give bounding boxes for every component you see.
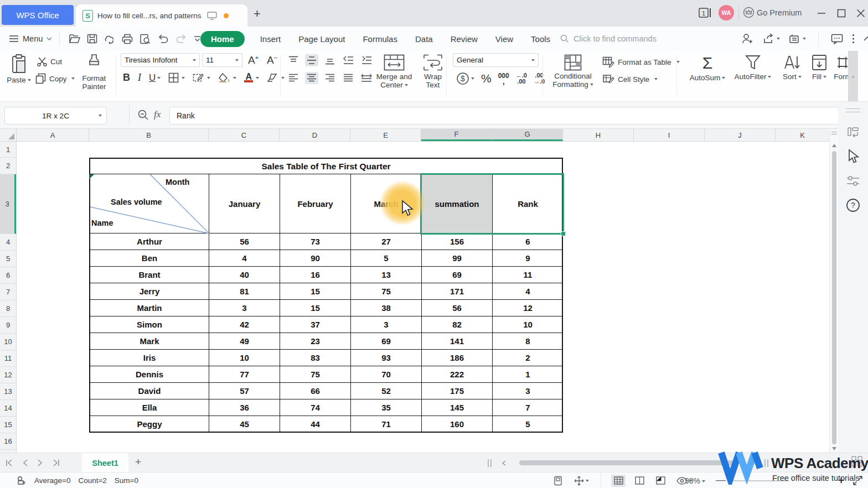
justify-button[interactable]	[342, 72, 355, 84]
cell-march[interactable]: 93	[351, 350, 422, 366]
add-sheet-button[interactable]: +	[135, 456, 141, 468]
vertical-scroll-thumb[interactable]	[832, 151, 836, 444]
page-break-view-icon[interactable]	[653, 475, 668, 487]
print-preview-icon[interactable]	[140, 34, 151, 44]
tab-formulas[interactable]: Formulas	[354, 34, 406, 44]
col-header-i[interactable]: I	[634, 129, 705, 141]
align-right-button[interactable]	[323, 72, 337, 84]
cell-name[interactable]: Dennis	[90, 366, 209, 382]
cell-summation[interactable]: 99	[422, 250, 493, 266]
row-header-9[interactable]: 9	[0, 317, 16, 334]
cell-name[interactable]: Mark	[90, 333, 209, 349]
row-header-14[interactable]: 14	[0, 400, 16, 417]
cell-march[interactable]: 70	[351, 366, 422, 382]
workspace-grid-icon[interactable]	[851, 455, 863, 468]
cell-january[interactable]: 3	[209, 300, 280, 316]
select-all-corner[interactable]	[0, 129, 17, 141]
settings-sliders-icon[interactable]	[838, 169, 868, 193]
cell-february[interactable]: 74	[280, 399, 351, 416]
cell-name[interactable]: Ben	[90, 250, 209, 266]
cell-january[interactable]: 36	[209, 399, 280, 416]
minimize-button[interactable]	[815, 7, 828, 20]
wrap-text-button[interactable]: Wrap Text	[420, 54, 446, 89]
col-header-g[interactable]: G	[492, 129, 563, 141]
close-button[interactable]	[854, 7, 867, 20]
tab-review[interactable]: Review	[442, 34, 487, 44]
paste-options-icon[interactable]	[838, 120, 868, 144]
col-header-k[interactable]: K	[776, 129, 829, 141]
move-tool-icon[interactable]	[572, 475, 591, 487]
conditional-formatting-button[interactable]: Conditional Formatting	[551, 54, 595, 89]
underline-button[interactable]: U	[149, 72, 161, 84]
cell-summation[interactable]: 141	[422, 333, 493, 349]
cell-february[interactable]: 90	[280, 250, 351, 266]
decrease-indent-button[interactable]	[342, 54, 355, 66]
cell-march[interactable]: 52	[351, 383, 422, 399]
font-name-select[interactable]: Tiresias Infofont	[121, 53, 200, 67]
distribute-button[interactable]	[360, 72, 373, 84]
row-header-8[interactable]: 8	[0, 300, 16, 317]
cell-name[interactable]: David	[90, 383, 209, 399]
decrease-decimal-button[interactable]: ←.0.00	[516, 72, 527, 85]
horizontal-scrollbar[interactable]	[487, 453, 775, 473]
cell-rank[interactable]: 1	[493, 366, 563, 382]
row-header-12[interactable]: 12	[0, 367, 16, 383]
row-header-5[interactable]: 5	[0, 251, 16, 267]
clear-format-button[interactable]	[267, 73, 278, 83]
collapse-ribbon-icon[interactable]	[864, 37, 868, 41]
cell-name[interactable]: Jerry	[90, 283, 209, 299]
cell-rank[interactable]: 11	[493, 267, 563, 283]
col-header-j[interactable]: J	[705, 129, 776, 141]
selection-stats-icon[interactable]	[17, 476, 27, 486]
comma-style-button[interactable]: 000,	[498, 73, 509, 85]
maximize-button[interactable]	[835, 7, 848, 20]
tab-home[interactable]: Home	[200, 31, 245, 47]
header-january[interactable]: January	[209, 174, 280, 233]
cell-january[interactable]: 40	[209, 267, 280, 283]
align-center-button[interactable]	[305, 72, 318, 84]
cell-february[interactable]: 15	[280, 300, 351, 316]
help-icon[interactable]: ?	[838, 193, 868, 217]
cell-rank[interactable]: 8	[493, 333, 563, 349]
cell-rank[interactable]: 5	[493, 416, 563, 432]
formula-input[interactable]: Rank	[169, 107, 839, 124]
row-header-7[interactable]: 7	[0, 284, 16, 300]
cell-name[interactable]: Peggy	[90, 416, 209, 432]
header-summation[interactable]: summation	[422, 174, 493, 233]
col-header-c[interactable]: C	[209, 129, 280, 141]
cell-january[interactable]: 4	[209, 250, 280, 266]
row-header-2[interactable]: 2	[0, 158, 16, 174]
currency-button[interactable]: $	[456, 72, 474, 85]
cell-march[interactable]: 38	[351, 300, 422, 316]
cell-rank[interactable]: 7	[493, 399, 563, 416]
col-header-h[interactable]: H	[563, 129, 634, 141]
cell-february[interactable]: 44	[280, 416, 351, 432]
tab-data[interactable]: Data	[406, 34, 442, 44]
cell-march[interactable]: 35	[351, 399, 422, 416]
open-file-icon[interactable]	[69, 34, 80, 44]
format-painter-button[interactable]: Format Painter	[78, 54, 111, 91]
cell-summation[interactable]: 56	[422, 300, 493, 316]
cell-march[interactable]: 5	[351, 250, 422, 266]
font-size-select[interactable]: 11	[202, 53, 242, 67]
cell-rank[interactable]: 10	[493, 316, 563, 333]
tab-view[interactable]: View	[487, 34, 522, 44]
zoom-level[interactable]: 90%	[685, 476, 705, 485]
table-title-cell[interactable]: Sales Table of The First Quarter	[90, 159, 562, 174]
cell-february[interactable]: 66	[280, 383, 351, 399]
first-sheet-button[interactable]	[6, 459, 13, 466]
borders-button[interactable]	[168, 72, 179, 83]
autofilter-button[interactable]: AutoFilter	[730, 54, 776, 81]
cell-january[interactable]: 57	[209, 383, 280, 399]
cell-january[interactable]: 77	[209, 366, 280, 382]
increase-indent-button[interactable]	[360, 54, 373, 66]
cell-march[interactable]: 71	[351, 416, 422, 432]
font-color-button[interactable]: A	[244, 73, 253, 82]
sheet-tab-sheet1[interactable]: Sheet1	[82, 453, 128, 473]
increase-font-button[interactable]: A+	[248, 54, 259, 66]
cell-march[interactable]: 27	[351, 233, 422, 250]
prev-sheet-button[interactable]	[23, 459, 28, 466]
diagonal-header-cell[interactable]: Month Sales volume Name	[90, 174, 209, 233]
col-header-b[interactable]: B	[89, 129, 209, 141]
cell-rank[interactable]: 6	[493, 233, 563, 250]
